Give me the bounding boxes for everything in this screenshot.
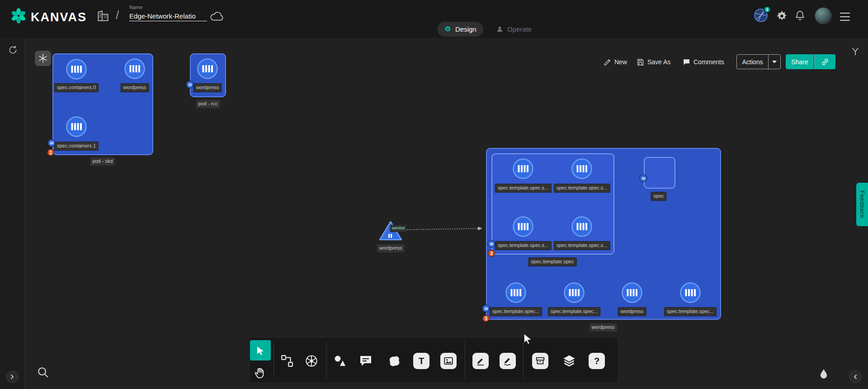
- zoom-search-button[interactable]: [36, 365, 50, 379]
- save-icon: [637, 58, 644, 66]
- menu-hamburger-icon[interactable]: [840, 11, 850, 22]
- container-node[interactable]: [571, 158, 593, 180]
- actions-divider: [768, 55, 769, 69]
- pencil-annotate-tool[interactable]: [499, 352, 517, 370]
- share-button[interactable]: Share: [786, 54, 814, 69]
- comment-tool[interactable]: [357, 352, 375, 370]
- design-tab-icon: [444, 25, 452, 33]
- container-node[interactable]: [124, 58, 146, 80]
- group-spec-label: spec: [651, 192, 666, 201]
- relationship-icon: [280, 354, 294, 368]
- tab-design[interactable]: Design: [437, 22, 483, 37]
- group-error-badge[interactable]: 2: [47, 149, 54, 156]
- group-error-badge[interactable]: 3: [488, 250, 495, 257]
- group-spec[interactable]: [644, 157, 675, 189]
- text-tool[interactable]: T: [412, 352, 430, 370]
- group-connection-badge[interactable]: [482, 305, 490, 313]
- design-name-input[interactable]: [129, 11, 207, 21]
- container-node[interactable]: [621, 282, 643, 304]
- user-avatar[interactable]: [815, 7, 832, 24]
- dock-divider: [274, 342, 274, 378]
- notifications-bell-icon[interactable]: [794, 10, 806, 21]
- copy-link-button[interactable]: [814, 54, 835, 69]
- new-button-label: New: [614, 58, 627, 66]
- feedback-tab[interactable]: Feedback: [856, 183, 868, 226]
- drawer-icon: [535, 356, 545, 366]
- collapse-right-panel-button[interactable]: [849, 370, 862, 383]
- select-tool[interactable]: [250, 340, 271, 361]
- group-error-badge[interactable]: 3: [482, 315, 490, 322]
- expand-left-panel-button[interactable]: [6, 370, 19, 383]
- group-spec-template-spec[interactable]: [491, 153, 614, 255]
- share-button-label: Share: [791, 58, 808, 66]
- group-connection-badge[interactable]: [488, 240, 495, 248]
- group-deployment-label: wordpress: [589, 323, 618, 332]
- image-icon: [443, 356, 453, 366]
- ink-drop-button[interactable]: [818, 368, 830, 380]
- link-icon: [821, 58, 829, 66]
- container-node[interactable]: [679, 282, 701, 304]
- dock-divider: [326, 342, 327, 378]
- container-node-label: spec.template.spec.s...: [495, 241, 552, 250]
- help-tool[interactable]: ?: [588, 352, 606, 370]
- pan-tool[interactable]: [251, 364, 269, 382]
- container-node[interactable]: [571, 216, 593, 237]
- magnifier-icon: [36, 365, 50, 379]
- left-sidebar-strip: [0, 38, 25, 389]
- right-panel-handle-icon[interactable]: [851, 47, 860, 57]
- container-node[interactable]: [66, 116, 87, 138]
- new-button[interactable]: New: [604, 55, 627, 69]
- settings-gear-icon[interactable]: [776, 10, 788, 22]
- cloud-save-icon: [210, 11, 224, 22]
- tools-dock: T: [250, 338, 618, 382]
- container-node-label: spec.template.spec...: [664, 307, 717, 316]
- layers-icon: [562, 354, 576, 368]
- tab-operate[interactable]: Operate: [489, 22, 538, 37]
- drawer-tool[interactable]: [531, 352, 549, 370]
- container-node-label: spec.template.spec...: [548, 307, 600, 316]
- pencil-scribble-icon: [503, 356, 513, 366]
- shapes-icon: [333, 354, 347, 368]
- network-edge[interactable]: [400, 223, 486, 234]
- service-node-label: wordpress: [377, 244, 405, 253]
- container-node[interactable]: [505, 282, 527, 304]
- operate-tab-icon: [496, 25, 504, 33]
- group-template-label: spec.template.spec: [528, 257, 577, 266]
- doodle-tool[interactable]: [385, 352, 403, 370]
- group-connection-badge[interactable]: [640, 175, 647, 182]
- history-sync-icon[interactable]: [8, 45, 18, 55]
- design-name-block: Name: [129, 5, 207, 21]
- kanvas-logo-icon[interactable]: [9, 6, 28, 25]
- media-tool[interactable]: [439, 352, 458, 370]
- comments-button-label: Comments: [693, 58, 724, 66]
- actions-button[interactable]: Actions: [736, 54, 781, 69]
- chevron-left-icon: [853, 374, 858, 380]
- container-node[interactable]: [512, 216, 534, 237]
- workspace-icon[interactable]: [97, 9, 109, 23]
- kubernetes-components-tool[interactable]: [302, 352, 321, 370]
- relationship-tool[interactable]: [278, 352, 296, 370]
- breadcrumb-separator: /: [116, 8, 119, 22]
- freeze-layout-button[interactable]: [35, 51, 51, 66]
- group-connection-badge[interactable]: [186, 81, 194, 89]
- container-node[interactable]: [563, 282, 585, 304]
- container-node[interactable]: [197, 58, 218, 80]
- layers-tool[interactable]: [560, 352, 578, 370]
- container-node[interactable]: [66, 58, 87, 80]
- group-connection-badge[interactable]: [48, 139, 56, 147]
- pen-tool[interactable]: [472, 352, 490, 370]
- container-node-label: wordpress: [121, 83, 149, 92]
- container-node-label: wordpress: [618, 307, 646, 316]
- container-node[interactable]: [512, 158, 534, 180]
- snowflake-icon: [38, 53, 48, 63]
- container-node-label: wordpress: [193, 83, 222, 92]
- kanvas-app: KANVAS / Name Design Operate: [0, 0, 868, 389]
- container-node-label: spec.template.spec.s...: [554, 241, 610, 250]
- design-name-label: Name: [129, 5, 207, 10]
- kubernetes-icon: [305, 354, 318, 368]
- shapes-tool[interactable]: [331, 352, 349, 370]
- save-as-button[interactable]: Save As: [637, 55, 670, 69]
- comments-button[interactable]: Comments: [683, 55, 724, 69]
- dock-divider: [523, 342, 524, 378]
- actions-caret-icon[interactable]: [772, 61, 777, 63]
